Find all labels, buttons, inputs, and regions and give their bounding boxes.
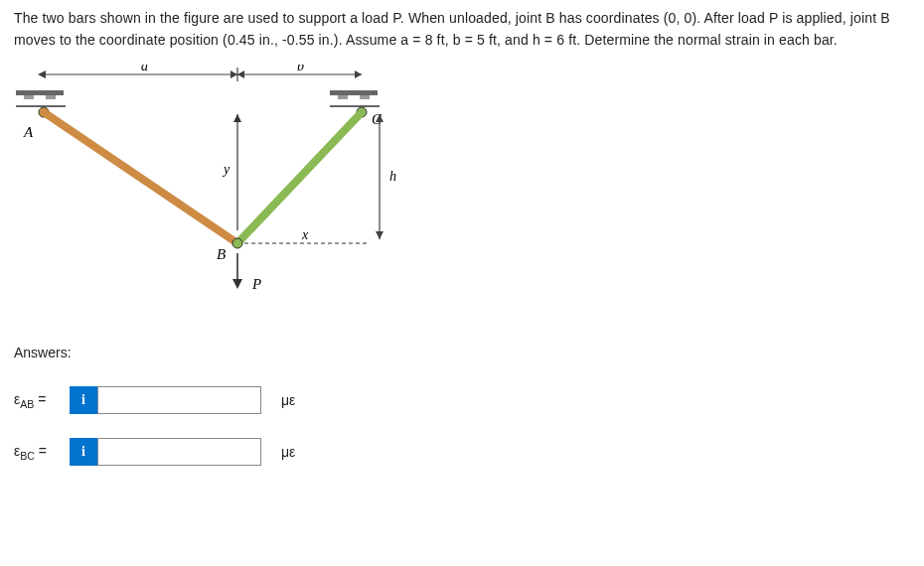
joint-b — [232, 238, 242, 248]
input-eab[interactable] — [97, 386, 261, 414]
svg-marker-2 — [38, 71, 46, 78]
svg-marker-5 — [355, 71, 362, 78]
answer-label-ab: εAB = — [14, 391, 70, 410]
unit-ab: με — [281, 392, 295, 408]
input-ebc[interactable] — [97, 438, 261, 466]
unit-bc: με — [281, 444, 295, 460]
svg-rect-12 — [330, 90, 378, 95]
label-A: A — [23, 124, 34, 140]
svg-rect-14 — [360, 95, 370, 99]
label-y: y — [222, 162, 231, 177]
info-icon[interactable]: i — [70, 386, 97, 414]
answer-label-bc: εBC = — [14, 443, 70, 462]
answer-row-bc: εBC = i με — [14, 438, 910, 466]
svg-marker-17 — [233, 114, 241, 122]
label-b: b — [297, 65, 304, 73]
svg-marker-20 — [232, 279, 242, 289]
label-x: x — [301, 227, 309, 242]
svg-rect-7 — [16, 90, 64, 95]
answers-heading: Answers: — [14, 345, 910, 360]
label-a: a — [141, 65, 148, 73]
label-h: h — [389, 169, 396, 184]
label-P: P — [251, 276, 261, 292]
svg-rect-8 — [24, 95, 34, 99]
label-B: B — [217, 246, 226, 262]
answer-row-ab: εAB = i με — [14, 386, 910, 414]
svg-marker-4 — [237, 71, 244, 78]
svg-rect-9 — [46, 95, 56, 99]
svg-rect-13 — [338, 95, 348, 99]
bar-bc — [237, 112, 362, 243]
problem-statement: The two bars shown in the figure are use… — [14, 8, 910, 51]
svg-marker-19 — [376, 231, 384, 239]
figure-diagram: a b A C B y — [14, 65, 401, 313]
info-icon[interactable]: i — [70, 438, 97, 466]
svg-marker-3 — [231, 71, 237, 78]
bar-ab — [44, 112, 237, 243]
